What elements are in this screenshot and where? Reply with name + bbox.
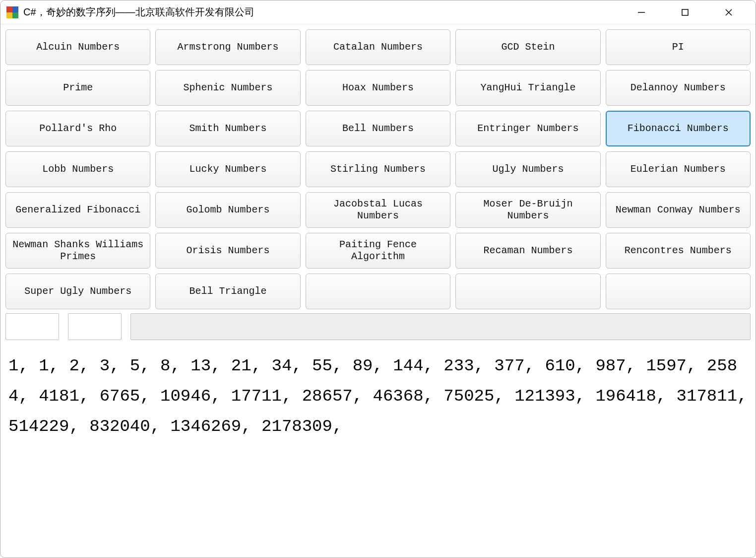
content-area: Alcuin NumbersArmstrong NumbersCatalan N… xyxy=(0,24,756,558)
seq-button-stirling-numbers[interactable]: Stirling Numbers xyxy=(306,151,450,187)
seq-button-paiting-fence-algorithm[interactable]: Paiting Fence Algorithm xyxy=(306,233,450,269)
seq-button-delannoy-numbers[interactable]: Delannoy Numbers xyxy=(606,70,751,106)
seq-button-hoax-numbers[interactable]: Hoax Numbers xyxy=(306,70,450,106)
seq-button-pi[interactable]: PI xyxy=(606,29,751,65)
app-icon xyxy=(6,6,18,18)
seq-button-golomb-numbers[interactable]: Golomb Numbers xyxy=(155,192,300,228)
svg-rect-5 xyxy=(682,9,688,15)
seq-button-ugly-numbers[interactable]: Ugly Numbers xyxy=(455,151,600,187)
minimize-button[interactable] xyxy=(630,2,653,22)
seq-button-pollard-s-rho[interactable]: Pollard's Rho xyxy=(5,111,150,146)
seq-button-newman-conway-numbers[interactable]: Newman Conway Numbers xyxy=(606,192,751,228)
seq-button-orisis-numbers[interactable]: Orisis Numbers xyxy=(155,233,300,269)
seq-button-armstrong-numbers[interactable]: Armstrong Numbers xyxy=(155,29,300,65)
svg-rect-3 xyxy=(12,12,18,18)
seq-button-prime[interactable]: Prime xyxy=(5,70,150,106)
input-box-2[interactable] xyxy=(68,313,122,340)
seq-button-rencontres-numbers[interactable]: Rencontres Numbers xyxy=(606,233,751,269)
seq-button-gcd-stein[interactable]: GCD Stein xyxy=(455,29,600,65)
seq-button-jacobstal-lucas-numbers[interactable]: Jacobstal Lucas Numbers xyxy=(306,192,450,228)
seq-button-alcuin-numbers[interactable]: Alcuin Numbers xyxy=(5,29,150,65)
seq-button-eulerian-numbers[interactable]: Eulerian Numbers xyxy=(606,151,751,187)
svg-rect-1 xyxy=(12,6,18,12)
seq-button-generalized-fibonacci[interactable]: Generalized Fibonacci xyxy=(5,192,150,228)
seq-button-lucky-numbers[interactable]: Lucky Numbers xyxy=(155,151,300,187)
seq-button-fibonacci-numbers[interactable]: Fibonacci Numbers xyxy=(606,111,751,146)
seq-button-catalan-numbers[interactable]: Catalan Numbers xyxy=(306,29,450,65)
seq-button-super-ugly-numbers[interactable]: Super Ugly Numbers xyxy=(5,274,150,309)
app-window: C#，奇妙的数字序列——北京联高软件开发有限公司 Alcuin NumbersA… xyxy=(0,0,756,558)
seq-button-newman-shanks-williams-primes[interactable]: Newman Shanks Williams Primes xyxy=(5,233,150,269)
svg-rect-0 xyxy=(6,6,12,12)
output-panel: 1, 1, 2, 3, 5, 8, 13, 21, 34, 55, 89, 14… xyxy=(5,344,751,553)
input-row xyxy=(5,313,751,340)
window-title: C#，奇妙的数字序列——北京联高软件开发有限公司 xyxy=(23,5,630,19)
seq-button-yanghui-triangle[interactable]: YangHui Triangle xyxy=(455,70,600,106)
svg-rect-2 xyxy=(6,12,12,18)
progress-box xyxy=(130,313,751,340)
seq-button-bell-triangle[interactable]: Bell Triangle xyxy=(155,274,300,309)
seq-button-empty-33[interactable] xyxy=(455,274,600,309)
seq-button-empty-34[interactable] xyxy=(606,274,751,309)
button-grid: Alcuin NumbersArmstrong NumbersCatalan N… xyxy=(5,29,751,309)
seq-button-bell-numbers[interactable]: Bell Numbers xyxy=(306,111,450,146)
seq-button-sphenic-numbers[interactable]: Sphenic Numbers xyxy=(155,70,300,106)
maximize-button[interactable] xyxy=(673,2,697,22)
window-controls xyxy=(630,2,741,22)
seq-button-lobb-numbers[interactable]: Lobb Numbers xyxy=(5,151,150,187)
titlebar: C#，奇妙的数字序列——北京联高软件开发有限公司 xyxy=(0,0,756,24)
seq-button-recaman-numbers[interactable]: Recaman Numbers xyxy=(455,233,600,269)
seq-button-moser-de-bruijn-numbers[interactable]: Moser De-Bruijn Numbers xyxy=(455,192,600,228)
seq-button-entringer-numbers[interactable]: Entringer Numbers xyxy=(455,111,600,146)
close-button[interactable] xyxy=(717,2,741,22)
seq-button-smith-numbers[interactable]: Smith Numbers xyxy=(155,111,300,146)
seq-button-empty-32[interactable] xyxy=(306,274,450,309)
input-box-1[interactable] xyxy=(5,313,59,340)
